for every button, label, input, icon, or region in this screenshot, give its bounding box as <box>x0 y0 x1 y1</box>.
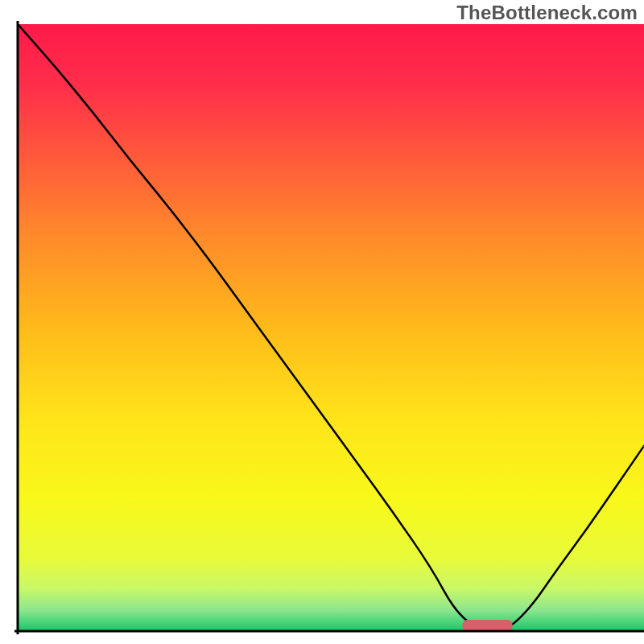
optimal-marker <box>462 620 512 631</box>
svg-rect-1 <box>18 24 644 631</box>
chart-container: TheBottleneck.com <box>0 0 644 644</box>
chart-svg <box>0 0 644 644</box>
